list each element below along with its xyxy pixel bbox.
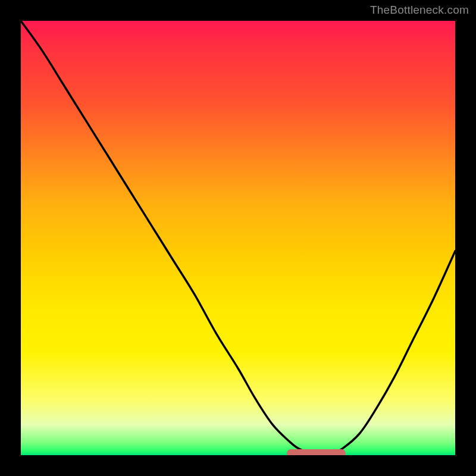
watermark-text: TheBottleneck.com	[370, 4, 469, 17]
bottleneck-curve	[21, 21, 455, 454]
plot-area	[21, 21, 455, 455]
curve-svg	[21, 21, 455, 455]
chart-frame: TheBottleneck.com	[0, 0, 476, 476]
optimal-range-marker	[287, 449, 346, 455]
